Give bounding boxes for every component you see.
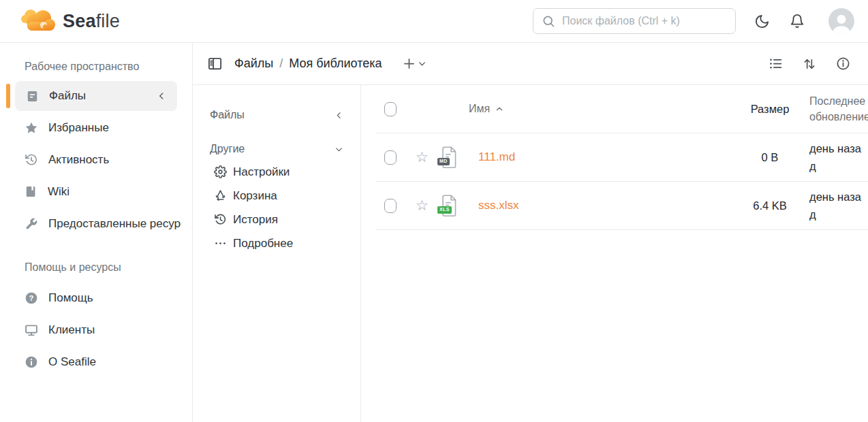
- row-checkbox[interactable]: [384, 150, 397, 165]
- seafile-cloud-icon: [20, 8, 56, 34]
- column-header-size[interactable]: Размер: [740, 103, 800, 116]
- sidebar-item-favorites[interactable]: Избранные: [0, 112, 192, 144]
- table-row[interactable]: ☆ XLS: [376, 182, 868, 230]
- list-view-button[interactable]: [767, 55, 784, 72]
- info-circle-icon: [25, 355, 38, 369]
- file-size: 6.4 KB: [740, 199, 800, 212]
- logo-wordmark: Seafile: [63, 11, 120, 32]
- panel-toggle-button[interactable]: [206, 54, 224, 73]
- sort-button[interactable]: [801, 56, 818, 72]
- breadcrumb-root-link[interactable]: Файлы: [234, 56, 273, 71]
- search-icon: [542, 14, 555, 28]
- info-outline-icon: [836, 56, 850, 71]
- column-header-name[interactable]: Имя: [409, 103, 740, 115]
- avatar[interactable]: [828, 8, 854, 34]
- file-list: Имя Размер Последнее обновление: [361, 85, 868, 422]
- library-toolbar: Файлы / Моя библиотека: [193, 43, 868, 85]
- breadcrumb-current: Моя библиотека: [289, 56, 382, 71]
- main-sidebar: Рабочее пространство Файлы: [0, 43, 193, 422]
- svg-text:?: ?: [29, 294, 34, 302]
- history-clock-icon: [214, 213, 227, 226]
- more-dots-icon: [214, 237, 227, 250]
- tree-section-others[interactable]: Другие: [210, 138, 343, 160]
- md-file-icon: MD: [441, 146, 459, 168]
- dark-mode-toggle[interactable]: [753, 12, 771, 31]
- file-size: 0 B: [740, 151, 800, 164]
- tree-section-files[interactable]: Файлы: [210, 104, 343, 126]
- sidebar-item-clients[interactable]: Клиенты: [0, 314, 192, 346]
- chevron-down-icon: [335, 145, 343, 154]
- person-icon: [828, 11, 854, 34]
- breadcrumb-separator: /: [279, 56, 283, 71]
- bell-icon: [790, 14, 805, 29]
- question-circle-icon: ?: [25, 291, 38, 305]
- plus-icon: [402, 56, 416, 71]
- sidebar-item-files[interactable]: Файлы: [15, 81, 177, 111]
- chevron-left-icon: [335, 111, 343, 120]
- file-name-link[interactable]: sss.xlsx: [478, 199, 519, 212]
- workspace-section-header: Рабочее пространство: [25, 61, 168, 73]
- xls-file-icon: XLS: [441, 195, 459, 216]
- column-header-updated[interactable]: Последнее обновление: [800, 93, 868, 125]
- monitor-icon: [25, 323, 38, 337]
- gear-icon: [214, 165, 227, 178]
- recycle-icon: [214, 189, 227, 202]
- sidebar-item-help[interactable]: ? Помощь: [0, 282, 192, 314]
- files-icon: [26, 90, 39, 103]
- book-icon: [25, 185, 37, 198]
- file-name-link[interactable]: 111.md: [478, 150, 515, 163]
- topbar: Seafile: [0, 0, 868, 43]
- file-updated: день назад: [800, 188, 868, 224]
- sidebar-item-activity[interactable]: Активность: [0, 144, 192, 176]
- sort-arrows-icon: [803, 57, 816, 71]
- wrench-icon: [25, 217, 38, 231]
- favorite-star-icon[interactable]: ☆: [416, 198, 429, 212]
- notifications-button[interactable]: [788, 12, 806, 30]
- file-list-header: Имя Размер Последнее обновление: [376, 85, 868, 133]
- history-clock-icon: [25, 153, 38, 167]
- details-button[interactable]: [835, 55, 852, 72]
- row-checkbox[interactable]: [384, 199, 397, 213]
- tree-item-trash[interactable]: Корзина: [210, 184, 343, 208]
- add-new-button[interactable]: [402, 56, 427, 71]
- tree-item-settings[interactable]: Настройки: [210, 160, 343, 184]
- select-all-checkbox[interactable]: [384, 102, 397, 116]
- sidebar-item-wiki[interactable]: Wiki: [0, 176, 192, 208]
- search-box: [533, 8, 736, 34]
- list-view-icon: [769, 56, 783, 71]
- moon-icon: [754, 14, 770, 29]
- star-icon: [25, 121, 38, 135]
- search-input[interactable]: [562, 15, 727, 27]
- sidebar-item-shared-resources[interactable]: Предоставленные ресурсы: [0, 208, 192, 240]
- panel-toggle-icon: [207, 56, 223, 71]
- tree-item-history[interactable]: История: [210, 208, 343, 231]
- library-tree-panel: Файлы Другие: [193, 85, 361, 422]
- tree-item-more[interactable]: Подробнее: [210, 231, 343, 255]
- table-row[interactable]: ☆ MD 1: [376, 133, 868, 182]
- chevron-left-icon[interactable]: [157, 91, 166, 101]
- breadcrumb: Файлы / Моя библиотека: [234, 56, 382, 71]
- favorite-star-icon[interactable]: ☆: [416, 150, 429, 164]
- sort-asc-caret-icon: [495, 104, 504, 114]
- sidebar-item-about[interactable]: О Seafile: [0, 346, 192, 378]
- help-section-header: Помощь и ресурсы: [25, 261, 168, 274]
- file-updated: день назад: [800, 140, 868, 176]
- seafile-logo[interactable]: Seafile: [20, 8, 120, 34]
- chevron-down-icon: [418, 59, 427, 68]
